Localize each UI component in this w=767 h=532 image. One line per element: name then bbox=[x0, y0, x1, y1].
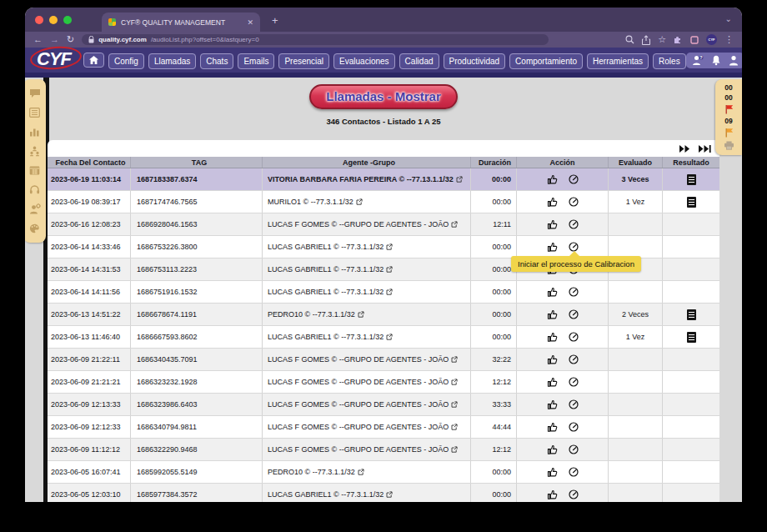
nav-item-productividad[interactable]: Productividad bbox=[444, 53, 506, 69]
maximize-window-button[interactable] bbox=[63, 16, 72, 24]
calibration-gauge-icon[interactable] bbox=[569, 309, 579, 319]
user-icon[interactable] bbox=[729, 55, 739, 66]
calibration-gauge-icon[interactable] bbox=[569, 174, 579, 184]
bar-chart-icon[interactable] bbox=[29, 127, 40, 137]
result-report-icon[interactable] bbox=[687, 197, 696, 208]
nav-item-emails[interactable]: Emails bbox=[238, 53, 274, 69]
cell-fecha: 2023-06-14 14:31:53 bbox=[48, 258, 131, 280]
nav-item-comportamiento[interactable]: Comportamiento bbox=[509, 53, 583, 69]
bookmark-star-icon[interactable]: ☆ bbox=[658, 35, 666, 44]
orange-flag-icon[interactable] bbox=[724, 128, 734, 138]
calibration-gauge-icon[interactable] bbox=[569, 422, 579, 432]
calibration-gauge-icon[interactable] bbox=[569, 197, 579, 207]
thumbs-up-icon[interactable] bbox=[547, 422, 558, 432]
profile-avatar[interactable]: CYF bbox=[706, 34, 717, 45]
calibration-gauge-icon[interactable] bbox=[569, 354, 579, 364]
thumbs-up-icon[interactable] bbox=[547, 489, 558, 499]
list-icon[interactable] bbox=[29, 108, 40, 118]
next-page-icon[interactable] bbox=[679, 145, 690, 153]
external-link-icon[interactable] bbox=[386, 334, 393, 340]
nav-home-button[interactable] bbox=[83, 53, 104, 68]
thumbs-up-icon[interactable] bbox=[547, 197, 558, 207]
nav-item-calidad[interactable]: Calidad bbox=[399, 53, 439, 69]
calibration-gauge-icon[interactable] bbox=[569, 399, 579, 409]
nav-item-roles[interactable]: Roles bbox=[653, 53, 686, 69]
red-flag-icon[interactable] bbox=[724, 104, 734, 114]
tab-strip: CYF® QUALITY MANAGEMENT ✕ + ⌄ bbox=[25, 8, 742, 32]
thumbs-up-icon[interactable] bbox=[547, 309, 558, 319]
new-tab-button[interactable]: + bbox=[272, 14, 278, 27]
back-icon[interactable]: ← bbox=[33, 35, 43, 44]
bell-icon[interactable] bbox=[711, 55, 721, 66]
calibration-gauge-icon[interactable] bbox=[569, 444, 579, 454]
nav-item-herramientas[interactable]: Herramientas bbox=[587, 53, 649, 69]
user-settings-icon[interactable] bbox=[29, 203, 41, 214]
calibration-gauge-icon[interactable] bbox=[569, 467, 579, 477]
thumbs-up-icon[interactable] bbox=[547, 444, 558, 454]
external-link-icon[interactable] bbox=[386, 243, 393, 250]
page-title-button[interactable]: Llamadas - Mostrar bbox=[309, 84, 458, 109]
minimize-window-button[interactable] bbox=[49, 16, 58, 24]
extensions-puzzle-icon[interactable] bbox=[674, 35, 683, 44]
external-link-icon[interactable] bbox=[451, 221, 458, 228]
calibration-gauge-icon[interactable] bbox=[569, 287, 579, 297]
nav-item-chats[interactable]: Chats bbox=[200, 53, 233, 69]
thumbs-up-icon[interactable] bbox=[547, 354, 558, 364]
calibration-gauge-icon[interactable] bbox=[569, 219, 579, 229]
share-icon[interactable] bbox=[642, 35, 650, 45]
external-link-icon[interactable] bbox=[451, 446, 458, 453]
thumbs-up-icon[interactable] bbox=[547, 467, 558, 477]
external-link-icon[interactable] bbox=[386, 289, 393, 295]
calibration-gauge-icon[interactable] bbox=[569, 489, 579, 499]
calendar-icon[interactable] bbox=[29, 165, 40, 175]
external-link-icon[interactable] bbox=[356, 198, 363, 205]
external-link-icon[interactable] bbox=[451, 401, 458, 408]
tab-close-icon[interactable]: ✕ bbox=[247, 18, 253, 27]
nav-item-llamadas[interactable]: Llamadas bbox=[148, 53, 196, 69]
external-link-icon[interactable] bbox=[358, 469, 364, 475]
tab-search-chevron-icon[interactable]: ⌄ bbox=[725, 14, 732, 23]
chat-icon[interactable] bbox=[29, 88, 41, 98]
headphones-icon[interactable] bbox=[29, 184, 40, 194]
result-report-icon[interactable] bbox=[687, 309, 696, 320]
browser-menu-icon[interactable]: ⋮ bbox=[724, 34, 734, 45]
thumbs-up-icon[interactable] bbox=[547, 377, 558, 387]
browser-tab[interactable]: CYF® QUALITY MANAGEMENT ✕ bbox=[102, 13, 260, 32]
printer-icon[interactable] bbox=[724, 141, 734, 150]
thumbs-up-icon[interactable] bbox=[547, 174, 558, 184]
counter-mid: 00 bbox=[724, 94, 732, 102]
help-user-icon[interactable]: ? bbox=[692, 55, 704, 66]
thumbs-up-icon[interactable] bbox=[547, 287, 558, 297]
forward-icon[interactable]: → bbox=[50, 35, 59, 44]
thumbs-up-icon[interactable] bbox=[547, 399, 558, 409]
thumbs-up-icon[interactable] bbox=[547, 219, 558, 229]
cell-duracion: 12:12 bbox=[471, 371, 517, 393]
calibration-gauge-icon[interactable] bbox=[569, 332, 579, 342]
thumbs-up-icon[interactable] bbox=[547, 242, 558, 252]
calibration-gauge-icon[interactable] bbox=[569, 377, 579, 387]
external-link-icon[interactable] bbox=[456, 176, 463, 183]
table-row: 2023-06-09 12:12:331686340794.9811LUCAS … bbox=[48, 416, 719, 439]
zoom-icon[interactable] bbox=[625, 35, 634, 44]
result-report-icon[interactable] bbox=[687, 174, 696, 185]
external-link-icon[interactable] bbox=[451, 356, 458, 363]
team-icon[interactable] bbox=[29, 146, 40, 157]
cell-agente: LUCAS GABRIEL1 © --77.3.1.1/32 bbox=[263, 236, 471, 258]
url-domain: quality.cyf.com bbox=[98, 36, 147, 43]
palette-icon[interactable] bbox=[29, 223, 40, 233]
nav-item-evaluaciones[interactable]: Evaluaciones bbox=[333, 53, 394, 69]
external-link-icon[interactable] bbox=[386, 491, 393, 498]
last-page-icon[interactable] bbox=[699, 145, 711, 153]
external-link-icon[interactable] bbox=[358, 311, 364, 318]
thumbs-up-icon[interactable] bbox=[547, 332, 558, 342]
close-window-button[interactable] bbox=[35, 16, 43, 24]
nav-item-presencial[interactable]: Presencial bbox=[278, 53, 329, 69]
reload-icon[interactable]: ↻ bbox=[67, 35, 74, 44]
extension-square-icon[interactable] bbox=[690, 36, 699, 44]
address-field[interactable]: quality.cyf.com/audioList.php?offset=0&l… bbox=[82, 34, 549, 45]
nav-item-config[interactable]: Config bbox=[108, 53, 144, 69]
external-link-icon[interactable] bbox=[386, 266, 393, 273]
external-link-icon[interactable] bbox=[451, 379, 458, 385]
result-report-icon[interactable] bbox=[687, 332, 696, 343]
external-link-icon[interactable] bbox=[451, 424, 458, 430]
